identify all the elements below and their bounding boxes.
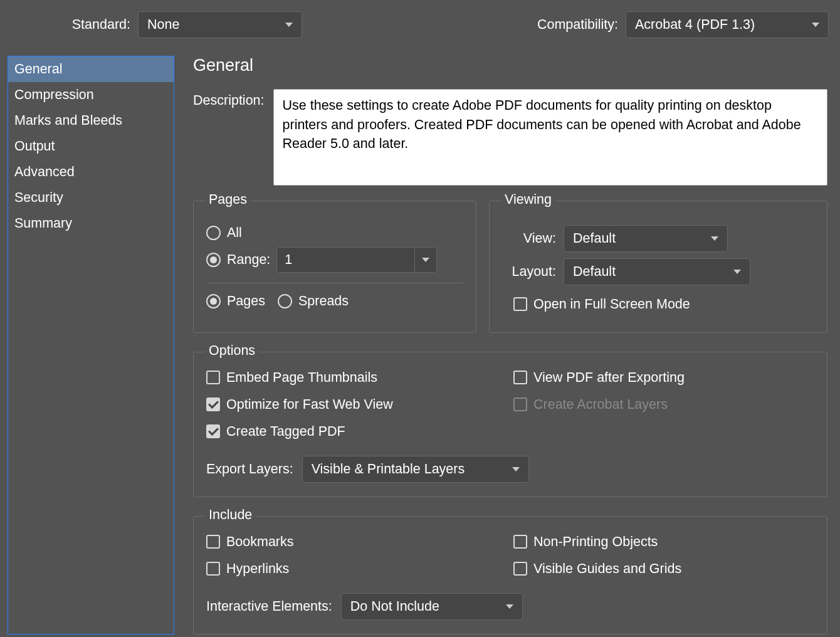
pages-all-radio[interactable] <box>206 226 221 240</box>
bookmarks-checkbox[interactable] <box>206 535 220 549</box>
description-label: Description: <box>193 89 265 186</box>
pages-legend: Pages <box>205 192 251 208</box>
section-title: General <box>193 56 827 75</box>
compatibility-select[interactable]: Acrobat 4 (PDF 1.3) <box>626 11 829 38</box>
sidebar-item-marks-bleeds[interactable]: Marks and Bleeds <box>8 108 174 134</box>
visible-guides-checkbox[interactable] <box>513 562 527 576</box>
standard-value: None <box>147 17 179 33</box>
sidebar-item-security[interactable]: Security <box>8 185 174 211</box>
chevron-down-icon <box>733 270 741 274</box>
pages-range-dropdown[interactable] <box>414 247 437 273</box>
compatibility-value: Acrobat 4 (PDF 1.3) <box>635 17 755 33</box>
description-textarea[interactable]: Use these settings to create Adobe PDF d… <box>273 89 827 186</box>
divider <box>206 283 463 283</box>
view-select[interactable]: Default <box>564 225 728 252</box>
sidebar-item-compression[interactable]: Compression <box>8 82 174 108</box>
include-legend: Include <box>205 507 256 523</box>
options-legend: Options <box>205 343 259 359</box>
embed-thumbnails-checkbox[interactable] <box>206 371 220 384</box>
top-bar: Standard: None Compatibility: Acrobat 4 … <box>0 0 840 42</box>
pages-range-combo[interactable] <box>276 247 437 273</box>
viewing-fieldset: Viewing View: Default Layout: Default <box>489 201 827 333</box>
pages-all-label: All <box>227 225 242 241</box>
pages-fieldset: Pages All Range: Pages <box>193 201 476 333</box>
nonprinting-checkbox[interactable] <box>513 535 527 549</box>
include-fieldset: Include Bookmarks Non-Printing Objects H… <box>193 516 827 634</box>
standard-label: Standard: <box>11 17 130 33</box>
view-after-export-checkbox[interactable] <box>513 371 527 384</box>
chevron-down-icon <box>512 467 520 471</box>
fullscreen-label: Open in Full Screen Mode <box>533 297 690 312</box>
export-layers-select[interactable]: Visible & Printable Layers <box>302 456 529 483</box>
standard-select[interactable]: None <box>138 11 302 38</box>
sidebar-item-output[interactable]: Output <box>8 134 174 159</box>
pages-spreads-label: Spreads <box>298 293 349 309</box>
viewing-legend: Viewing <box>501 192 555 208</box>
chevron-down-icon <box>506 604 513 609</box>
content-panel: General Description: Use these settings … <box>193 56 840 634</box>
hyperlinks-checkbox[interactable] <box>206 562 220 576</box>
pages-spreads-radio[interactable] <box>278 294 292 308</box>
pages-range-label: Range: <box>227 252 270 268</box>
pages-pages-label: Pages <box>227 293 265 309</box>
create-tagged-checkbox[interactable] <box>206 424 220 438</box>
sidebar-item-summary[interactable]: Summary <box>8 211 174 236</box>
fullscreen-checkbox[interactable] <box>513 297 527 311</box>
compatibility-label: Compatibility: <box>537 17 618 33</box>
pages-pages-radio[interactable] <box>206 294 221 308</box>
sidebar-item-advanced[interactable]: Advanced <box>8 159 174 185</box>
chevron-down-icon <box>422 258 429 262</box>
layout-select[interactable]: Default <box>564 258 750 285</box>
chevron-down-icon <box>711 236 718 241</box>
chevron-down-icon <box>812 23 819 27</box>
interactive-elements-select[interactable]: Do Not Include <box>341 593 523 620</box>
chevron-down-icon <box>285 23 293 27</box>
pages-range-input[interactable] <box>276 247 414 273</box>
pages-range-radio[interactable] <box>206 253 221 267</box>
export-layers-label: Export Layers: <box>206 461 293 477</box>
sidebar: General Compression Marks and Bleeds Out… <box>8 56 174 634</box>
create-layers-checkbox <box>513 397 527 411</box>
sidebar-item-general[interactable]: General <box>8 56 174 82</box>
view-label: View: <box>502 231 556 246</box>
interactive-elements-label: Interactive Elements: <box>206 599 332 614</box>
optimize-fast-web-checkbox[interactable] <box>206 397 220 411</box>
options-fieldset: Options Embed Page Thumbnails View PDF a… <box>193 352 827 497</box>
layout-label: Layout: <box>502 264 556 280</box>
